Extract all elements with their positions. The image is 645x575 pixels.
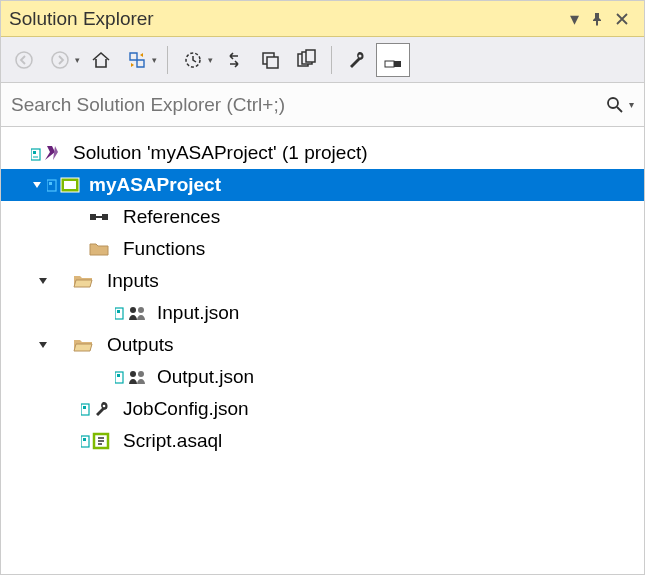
svg-rect-18 — [90, 214, 96, 220]
pending-dropdown-icon[interactable]: ▾ — [208, 55, 215, 65]
outputs-label: Outputs — [103, 334, 174, 356]
home-button[interactable] — [84, 43, 118, 77]
svg-rect-21 — [117, 310, 120, 313]
close-icon[interactable] — [616, 13, 636, 25]
svg-rect-4 — [267, 57, 278, 68]
svg-point-30 — [103, 405, 106, 408]
functions-label: Functions — [119, 238, 205, 260]
outputs-folder[interactable]: Outputs — [1, 329, 644, 361]
svg-rect-32 — [83, 438, 86, 441]
svg-point-8 — [359, 54, 362, 57]
functions-folder[interactable]: Functions — [1, 233, 644, 265]
json-file-icon — [113, 304, 153, 322]
refresh-button[interactable] — [217, 43, 251, 77]
search-button[interactable]: ▾ — [605, 95, 634, 115]
folder-open-icon — [63, 337, 103, 353]
inputs-label: Inputs — [103, 270, 159, 292]
back-button[interactable] — [7, 43, 41, 77]
svg-point-22 — [130, 307, 136, 313]
collapse-all-button[interactable] — [253, 43, 287, 77]
window-title: Solution Explorer — [9, 8, 558, 30]
svg-rect-10 — [385, 61, 394, 67]
script-file[interactable]: Script.asaql — [1, 425, 644, 457]
preview-button[interactable] — [376, 43, 410, 77]
toolbar: ▾ ▾ ▾ — [1, 37, 644, 83]
input-file-label: Input.json — [153, 302, 239, 324]
project-node[interactable]: myASAProject — [1, 169, 644, 201]
jobconfig-file[interactable]: JobConfig.json — [1, 393, 644, 425]
svg-point-0 — [16, 52, 32, 68]
script-label: Script.asaql — [119, 430, 222, 452]
svg-rect-19 — [102, 214, 108, 220]
svg-point-11 — [608, 98, 618, 108]
svg-rect-13 — [33, 151, 36, 154]
pin-icon[interactable] — [590, 12, 610, 26]
folder-icon — [79, 241, 119, 257]
separator — [331, 46, 332, 74]
svg-rect-25 — [117, 374, 120, 377]
sync-button[interactable] — [120, 43, 154, 77]
solution-node[interactable]: Solution 'myASAProject' (1 project) — [1, 137, 644, 169]
search-bar: ▾ — [1, 83, 644, 127]
svg-point-27 — [138, 371, 144, 377]
input-json-file[interactable]: Input.json — [1, 297, 644, 329]
sync-dropdown-icon[interactable]: ▾ — [152, 55, 159, 65]
expander-icon[interactable] — [29, 180, 45, 190]
svg-rect-29 — [83, 406, 86, 409]
svg-rect-17 — [64, 181, 76, 189]
title-bar: Solution Explorer ▾ — [1, 1, 644, 37]
window-menu-icon[interactable]: ▾ — [564, 8, 584, 30]
inputs-folder[interactable]: Inputs — [1, 265, 644, 297]
json-file-icon — [113, 368, 153, 386]
folder-open-icon — [63, 273, 103, 289]
script-file-icon — [79, 432, 119, 450]
svg-rect-15 — [49, 182, 52, 185]
show-all-files-button[interactable] — [289, 43, 323, 77]
svg-rect-31 — [81, 436, 89, 447]
expander-icon[interactable] — [35, 340, 51, 350]
pending-changes-button[interactable] — [176, 43, 210, 77]
jobconfig-label: JobConfig.json — [119, 398, 249, 420]
svg-rect-7 — [306, 50, 315, 62]
svg-rect-24 — [115, 372, 123, 383]
solution-label: Solution 'myASAProject' (1 project) — [69, 142, 367, 164]
references-icon — [79, 209, 119, 225]
references-node[interactable]: References — [1, 201, 644, 233]
references-label: References — [119, 206, 220, 228]
solution-icon — [29, 143, 69, 163]
svg-rect-28 — [81, 404, 89, 415]
svg-rect-20 — [115, 308, 123, 319]
svg-point-1 — [52, 52, 68, 68]
svg-point-26 — [130, 371, 136, 377]
project-icon — [45, 175, 85, 195]
svg-point-23 — [138, 307, 144, 313]
separator — [167, 46, 168, 74]
svg-rect-12 — [31, 149, 40, 160]
svg-rect-14 — [47, 180, 56, 191]
expander-icon[interactable] — [35, 276, 51, 286]
search-input[interactable] — [11, 94, 605, 116]
project-label: myASAProject — [85, 174, 221, 196]
forward-button[interactable] — [43, 43, 77, 77]
properties-button[interactable] — [340, 43, 374, 77]
solution-tree: Solution 'myASAProject' (1 project) myAS… — [1, 127, 644, 467]
config-file-icon — [79, 400, 119, 418]
output-json-file[interactable]: Output.json — [1, 361, 644, 393]
output-file-label: Output.json — [153, 366, 254, 388]
